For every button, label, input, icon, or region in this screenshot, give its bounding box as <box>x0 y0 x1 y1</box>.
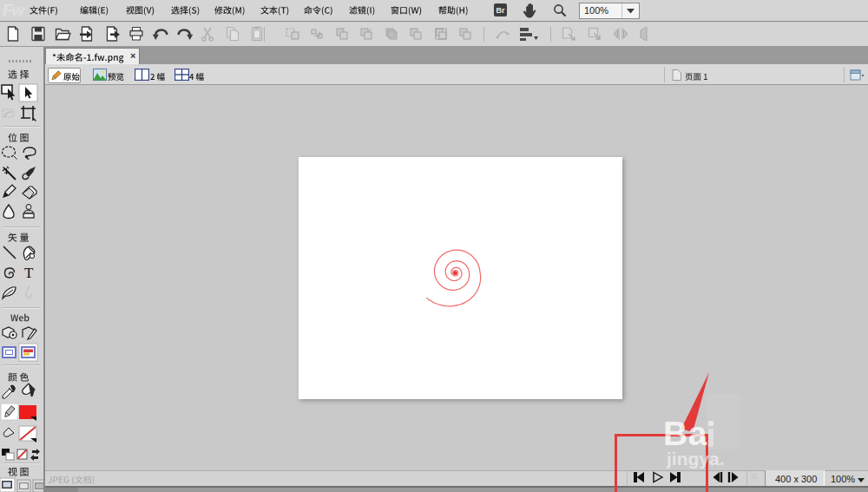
svg-text:Br: Br <box>496 6 504 15</box>
svg-text:T: T <box>24 265 34 281</box>
